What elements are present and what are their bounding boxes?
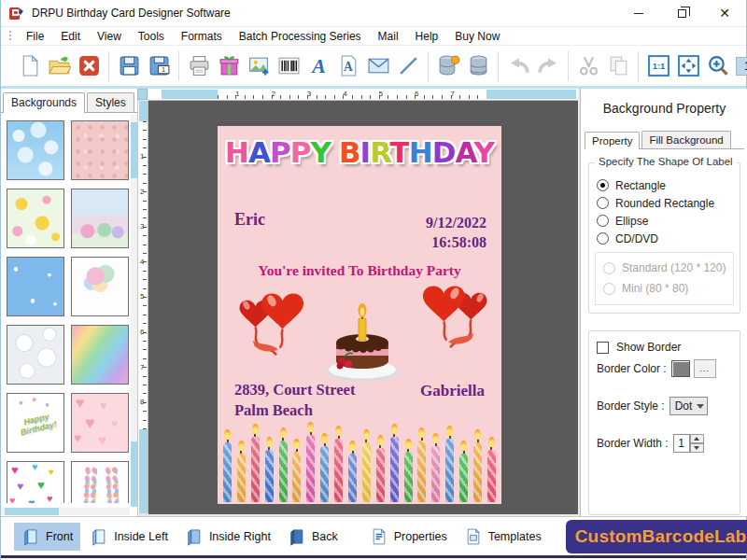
tab-backgrounds[interactable]: Backgrounds — [3, 92, 85, 113]
zoom-in-button[interactable] — [704, 51, 732, 81]
zoom-fit-button[interactable] — [674, 51, 702, 81]
close-file-button[interactable] — [75, 51, 103, 81]
card-datetime-text[interactable]: 9/12/2022 16:58:08 — [426, 213, 486, 252]
page-button-back[interactable]: Back — [280, 523, 345, 551]
tool-button-templates[interactable]: Templates — [457, 523, 549, 551]
radio-option-rectangle[interactable]: Rectangle — [589, 176, 740, 194]
thumbnail-spring-flowers[interactable] — [7, 189, 64, 248]
menu-item-file[interactable]: File — [18, 28, 52, 45]
thumbnail-rainbow-tiedye[interactable] — [71, 325, 129, 385]
border-style-dropdown[interactable]: Dot — [669, 397, 709, 415]
thumbnail-pink-lace[interactable] — [71, 120, 129, 180]
draw-line-button[interactable] — [394, 51, 422, 81]
menu-item-view[interactable]: View — [89, 28, 130, 45]
thumbnail-pastel-balloons[interactable] — [71, 257, 129, 316]
card-title-happy-birthday[interactable]: HAPPY BIRTHDAY — [218, 135, 501, 169]
thumbnail-rainbow-hearts[interactable]: ♥♥♥♥♥♥♥♥ — [7, 461, 64, 503]
custom-barcode-labels-logo[interactable]: CustomBarcodeLabels.org — [566, 520, 747, 553]
card-sender-text[interactable]: Gabriella — [420, 382, 485, 400]
insert-image-button[interactable] — [245, 51, 273, 81]
menu-item-edit[interactable]: Edit — [52, 28, 89, 45]
border-color-swatch[interactable] — [671, 360, 690, 377]
thumbnail-grey-bubbles[interactable] — [7, 325, 64, 385]
spin-down-icon — [694, 446, 699, 450]
birthday-candle — [404, 439, 413, 502]
thumbnail-clouds-sky[interactable] — [7, 120, 64, 180]
candle-body — [306, 435, 315, 502]
page-button-front[interactable]: Front — [14, 523, 80, 551]
database-export-button[interactable] — [434, 51, 462, 81]
page-button-inside-right[interactable]: Inside Right — [177, 523, 278, 551]
open-folder-button[interactable] — [45, 51, 73, 81]
tool-button-properties[interactable]: Properties — [362, 523, 455, 551]
menu-item-buy-now[interactable]: Buy Now — [446, 28, 508, 45]
maximize-button[interactable] — [660, 0, 703, 26]
menu-item-help[interactable]: Help — [407, 28, 447, 45]
thumb-glyph: ♥ — [28, 497, 35, 503]
templates-doc-icon — [464, 527, 483, 546]
zoom-one-to-one-button[interactable]: 1:1 — [644, 51, 672, 81]
spin-up-button[interactable] — [690, 434, 704, 443]
tab-styles[interactable]: Styles — [87, 92, 134, 112]
menu-item-batch-processing-series[interactable]: Batch Processing Series — [231, 28, 370, 45]
thumb-glyph: ♥ — [76, 396, 85, 411]
heart-balloons-right-image[interactable] — [414, 273, 496, 359]
zoom-level-combobox[interactable]: 100%▼ — [736, 56, 747, 77]
thumbnail-confetti-strands[interactable] — [71, 461, 129, 503]
card-back-icon — [288, 527, 306, 546]
radio-option-ellipse[interactable]: Ellipse — [589, 212, 740, 230]
radio-option-rounded-rectangle[interactable]: Rounded Rectangle — [589, 194, 740, 212]
new-document-button[interactable] — [15, 51, 43, 81]
border-color-picker-button[interactable]: ... — [694, 359, 716, 378]
birthday-card[interactable]: HAPPY BIRTHDAY Eric 9/12/2022 16:58:08 Y… — [218, 126, 501, 504]
tab-fill-background[interactable]: Fill Background — [641, 131, 730, 148]
gift-button[interactable] — [215, 51, 243, 81]
minimize-button[interactable] — [617, 0, 660, 26]
candle-flame-icon — [377, 435, 384, 445]
thumbnail-happy-birthday-script[interactable]: ●●●Happy Birthday! — [7, 393, 64, 453]
font-button[interactable]: A — [304, 51, 332, 81]
text-art-button[interactable]: A — [334, 51, 362, 81]
border-width-value[interactable]: 1 — [673, 434, 690, 453]
scrollbar-thumb[interactable] — [131, 122, 137, 178]
candle-flame-icon — [266, 437, 273, 447]
radio-option-cd-dvd[interactable]: CD/DVD — [589, 230, 740, 247]
ruler-number: 5 — [140, 292, 144, 301]
page-button-inside-left[interactable]: Inside Left — [82, 523, 176, 551]
menu-item-formats[interactable]: Formats — [173, 28, 231, 45]
new-document-icon — [18, 54, 41, 77]
spin-down-button[interactable] — [690, 443, 704, 453]
zoom-level-value: 100% — [736, 57, 747, 76]
mail-envelope-button[interactable] — [364, 51, 392, 81]
menu-item-tools[interactable]: Tools — [130, 28, 173, 45]
radio-option-mini-80-80: Mini (80 * 80) — [596, 278, 733, 299]
candle-row-image[interactable] — [223, 420, 496, 502]
save-as-button[interactable]: 1 — [145, 51, 173, 81]
heart-balloons-left-image[interactable] — [231, 281, 313, 367]
thumbnail-pastel-bears[interactable] — [71, 189, 129, 248]
barcode-button[interactable] — [275, 51, 303, 81]
scrollbar-thumb[interactable] — [5, 508, 59, 515]
tab-property[interactable]: Property — [585, 132, 640, 149]
card-address-text[interactable]: 2839, Court Street Palm Beach — [234, 380, 355, 421]
thumbnail-blue-stars[interactable] — [7, 257, 64, 316]
save-button[interactable] — [115, 51, 143, 81]
print-button[interactable] — [185, 51, 213, 81]
scrollbar-thumb[interactable] — [131, 441, 137, 507]
left-panel-horizontal-scrollbar[interactable] — [1, 508, 130, 515]
ruler-number: 6 — [140, 328, 144, 336]
candle-body — [473, 442, 482, 502]
show-border-checkbox[interactable] — [597, 342, 609, 354]
thumbnail-pink-hearts[interactable]: ♥♥♥♥♥♥ — [71, 393, 129, 453]
border-style-value: Dot — [675, 399, 693, 413]
left-panel-vertical-scrollbar[interactable] — [131, 115, 137, 507]
birthday-cake-image[interactable] — [317, 300, 408, 385]
close-button[interactable]: ✕ — [703, 0, 746, 26]
database-button[interactable] — [464, 51, 492, 81]
menu-item-mail[interactable]: Mail — [370, 28, 407, 45]
candle-body — [334, 439, 343, 502]
candle-flame-icon — [293, 439, 300, 449]
card-recipient-text[interactable]: Eric — [234, 210, 265, 230]
title-letter: P — [290, 135, 311, 169]
design-canvas[interactable]: HAPPY BIRTHDAY Eric 9/12/2022 16:58:08 Y… — [148, 101, 578, 514]
